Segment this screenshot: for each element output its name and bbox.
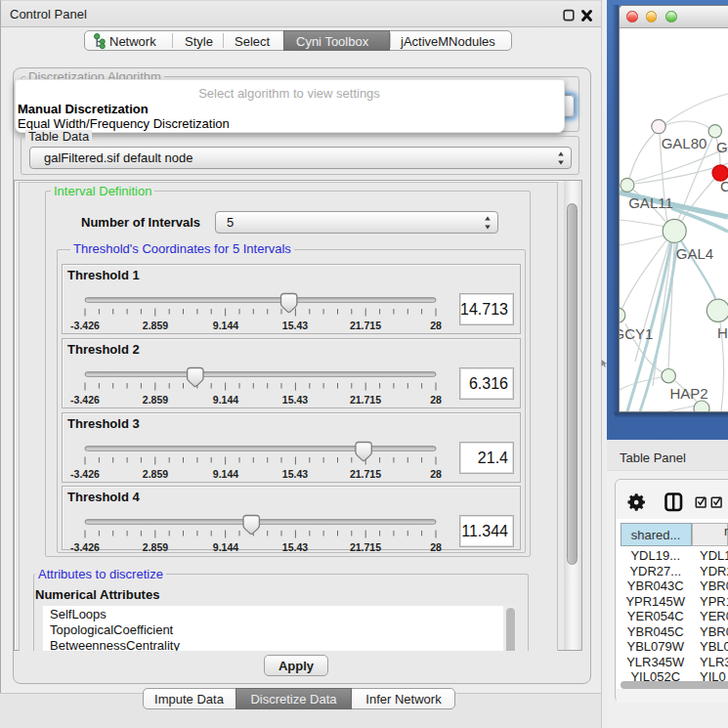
- svg-text:GAL4: GAL4: [676, 245, 713, 262]
- svg-text:HAP2: HAP2: [669, 385, 707, 402]
- svg-text:GA: GA: [716, 139, 728, 155]
- svg-text:C: C: [720, 178, 728, 194]
- svg-text:H: H: [717, 324, 728, 341]
- svg-text:GCY1: GCY1: [620, 325, 653, 342]
- svg-text:GAL11: GAL11: [628, 194, 673, 211]
- svg-text:GAL80: GAL80: [662, 135, 707, 151]
